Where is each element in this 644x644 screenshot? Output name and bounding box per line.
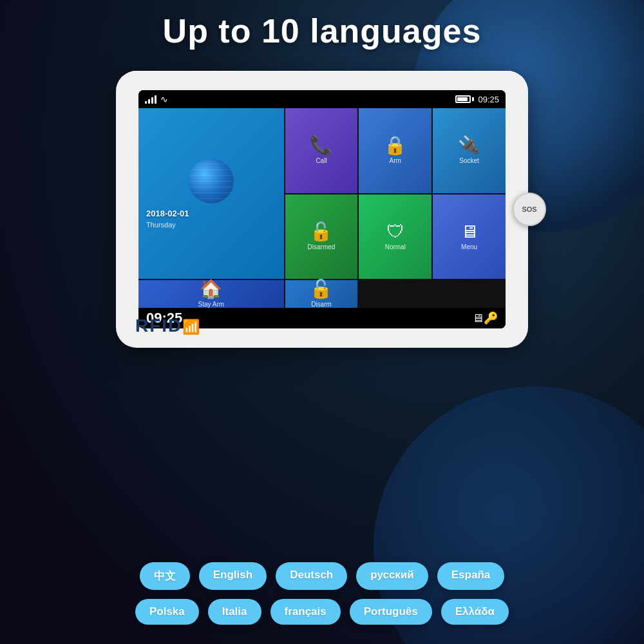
lang-italia[interactable]: Italia <box>208 599 261 625</box>
socket-icon: 🔌 <box>458 137 480 155</box>
day-display: Thursday <box>146 221 176 229</box>
rfid-label: RFID📶 <box>135 316 201 336</box>
language-row-2: Polska Italia français Português Ελλάδα <box>135 599 509 625</box>
tile-normal[interactable]: 🛡 Normal <box>359 194 431 279</box>
stayarm-icon: 🏠 <box>200 280 222 298</box>
status-left: ∿ <box>145 94 168 104</box>
lang-portugues[interactable]: Português <box>350 599 432 625</box>
date-display: 2018-02-01 <box>146 209 189 218</box>
tile-call[interactable]: 📞 Call <box>285 108 358 193</box>
device-screen: ∿ 09:25 2018-02-01 <box>138 90 506 328</box>
lang-chinese[interactable]: 中文 <box>140 562 190 590</box>
disarmed-icon: 🔓 <box>310 223 332 241</box>
lang-english[interactable]: English <box>199 562 267 590</box>
status-time: 09:25 <box>478 95 499 104</box>
battery-tip <box>472 97 474 101</box>
signal-bar-1 <box>145 101 147 104</box>
lang-russian[interactable]: русский <box>356 562 428 590</box>
signal-icon <box>145 95 156 104</box>
lang-espana[interactable]: España <box>437 562 504 590</box>
arm-label: Arm <box>390 157 401 164</box>
lock-screen-icon: 🖥🔑 <box>472 311 498 325</box>
disarm-label: Disarm <box>311 301 332 308</box>
tile-menu[interactable]: 🖥 Menu <box>433 194 506 279</box>
rfid-text: RFID <box>135 316 182 336</box>
headline-text: Up to 10 languages <box>0 12 644 50</box>
stayarm-label: Stay Arm <box>198 301 225 308</box>
lang-francais[interactable]: français <box>270 599 341 625</box>
rfid-signal-icon: 📶 <box>182 319 201 336</box>
status-bar: ∿ 09:25 <box>138 90 506 108</box>
call-label: Call <box>316 157 327 164</box>
battery-body <box>455 95 471 103</box>
language-row-1: 中文 English Deutsch русский España <box>140 562 504 590</box>
signal-bar-2 <box>148 99 150 104</box>
lang-deutsch[interactable]: Deutsch <box>276 562 347 590</box>
device-body: ∿ 09:25 2018-02-01 <box>116 71 528 348</box>
app-grid: 2018-02-01 Thursday 📞 Call 🔒 Arm 🔌 Socke… <box>138 108 506 308</box>
status-right: 09:25 <box>455 95 499 104</box>
call-icon: 📞 <box>310 137 332 155</box>
tile-disarmed[interactable]: 🔓 Disarmed <box>285 194 358 279</box>
battery-fill <box>457 97 467 101</box>
tile-socket[interactable]: 🔌 Socket <box>433 108 506 193</box>
normal-label: Normal <box>385 243 406 251</box>
signal-bar-4 <box>155 95 156 104</box>
menu-label: Menu <box>461 243 477 251</box>
wifi-icon: ∿ <box>160 94 168 104</box>
disarmed-label: Disarmed <box>308 243 336 251</box>
tile-disarm[interactable]: 🔓 Disarm <box>285 280 358 308</box>
tile-stayarm[interactable]: 🏠 Stay Arm <box>138 280 284 308</box>
lang-greek[interactable]: Ελλάδα <box>441 599 509 625</box>
device-wrapper: ∿ 09:25 2018-02-01 <box>116 71 528 348</box>
normal-icon: 🛡 <box>386 223 404 241</box>
globe-icon <box>189 158 234 204</box>
tile-datetime[interactable]: 2018-02-01 Thursday <box>138 108 284 279</box>
socket-label: Socket <box>459 157 479 164</box>
signal-bar-3 <box>151 97 153 104</box>
disarm-icon: 🔓 <box>310 280 332 298</box>
sos-button[interactable]: SOS <box>513 193 546 226</box>
battery-icon <box>455 95 474 103</box>
languages-section: 中文 English Deutsch русский España Polska… <box>0 562 644 625</box>
arm-icon: 🔒 <box>384 137 406 155</box>
menu-icon: 🖥 <box>460 223 478 241</box>
tile-arm[interactable]: 🔒 Arm <box>359 108 431 193</box>
lang-polska[interactable]: Polska <box>135 599 199 625</box>
